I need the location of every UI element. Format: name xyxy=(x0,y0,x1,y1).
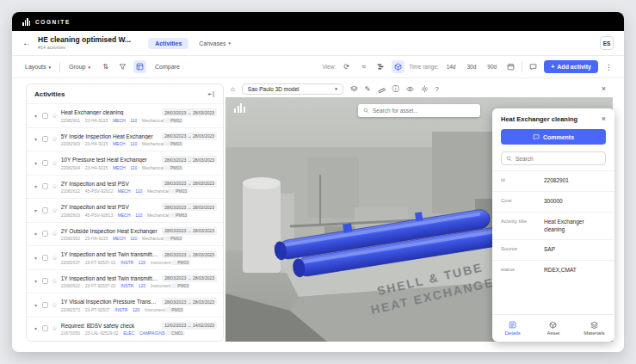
edit-button[interactable]: ✎ xyxy=(365,85,371,93)
user-avatar[interactable]: ES xyxy=(600,36,614,50)
activity-code: 120 xyxy=(133,260,145,265)
activity-row[interactable]: ▾ ☆ 2Y Inspeciton and test PSV 28/03/202… xyxy=(27,198,223,222)
star-icon[interactable]: ☆ xyxy=(52,113,58,120)
chevron-down-icon: ▾ xyxy=(335,86,337,91)
field-label: status xyxy=(501,267,539,275)
tab-activities[interactable]: Activities xyxy=(148,38,188,49)
star-icon[interactable]: ☆ xyxy=(52,325,58,332)
star-icon[interactable]: ☆ xyxy=(52,160,58,167)
activity-row[interactable]: ▾ ☆ 1Y Inspection and test Twin transmit… xyxy=(27,245,223,269)
curve-view-button[interactable]: ≈ xyxy=(357,60,370,73)
activity-checkbox[interactable] xyxy=(42,278,48,284)
activity-checkbox[interactable] xyxy=(42,183,48,189)
group-button[interactable]: Group ▾ xyxy=(65,61,95,72)
activity-checkbox[interactable] xyxy=(42,302,48,308)
layers-button[interactable] xyxy=(350,85,358,93)
close-details-icon[interactable]: × xyxy=(602,115,606,123)
activity-checkbox[interactable] xyxy=(42,160,48,166)
collapse-panel-icon[interactable] xyxy=(207,90,215,98)
star-icon[interactable]: ☆ xyxy=(52,183,58,190)
activity-dates-badge: 28/03/2023 → 28/03/2023 xyxy=(162,203,217,211)
asset-search-input[interactable] xyxy=(373,108,475,114)
chevron-down-icon[interactable]: ▾ xyxy=(33,231,39,237)
star-icon[interactable]: ☆ xyxy=(52,207,58,214)
activity-code: 110 xyxy=(131,213,143,218)
chevron-down-icon[interactable]: ▾ xyxy=(33,255,39,261)
activity-row[interactable]: ▾ ☆ 10Y Pressure test Heat Exchanger 28/… xyxy=(27,151,223,175)
activity-row[interactable]: ▾ ☆ Required: BDSV safety check 12/02/20… xyxy=(27,317,223,341)
tab-canvases[interactable]: Canvases ▾ xyxy=(192,38,238,49)
visibility-button[interactable] xyxy=(406,85,414,93)
tab-materials[interactable]: Materials xyxy=(574,321,614,336)
activity-row[interactable]: ▾ ☆ 2Y Outside Inspection Heat Exchanger… xyxy=(27,222,223,246)
activity-row-main: 10Y Pressure test Heat Exchanger 28/03/2… xyxy=(61,156,217,170)
refresh-view-button[interactable]: ⟳ xyxy=(340,60,353,73)
chevron-down-icon[interactable]: ▾ xyxy=(33,278,39,284)
chevron-down-icon[interactable]: ▾ xyxy=(33,136,39,142)
activity-row-main: 2Y Inspeciton and test PSV 28/03/2023 → … xyxy=(61,180,217,194)
activity-checkbox[interactable] xyxy=(42,231,48,237)
refresh-icon: ⟳ xyxy=(343,63,349,71)
chevron-down-icon[interactable]: ▾ xyxy=(33,160,39,166)
activity-id: 22082810 xyxy=(61,213,80,218)
model-select[interactable]: Sao Paulo 3D model ▾ xyxy=(242,83,343,95)
detail-field-row: id 22082901 xyxy=(492,170,614,191)
activity-row[interactable]: ▾ ☆ Heat Exchanger cleaning 28/03/2023 →… xyxy=(27,103,223,127)
chevron-down-icon[interactable]: ▾ xyxy=(33,302,39,308)
help-button[interactable]: ? xyxy=(435,85,439,93)
pencil-icon: ✎ xyxy=(365,85,371,93)
gantt-view-button[interactable] xyxy=(374,60,387,73)
star-icon[interactable]: ☆ xyxy=(52,231,58,238)
asset-search-box[interactable] xyxy=(358,104,480,117)
more-options-icon[interactable]: ⋮ xyxy=(602,63,615,71)
add-activity-button[interactable]: + Add activity xyxy=(544,60,598,73)
table-view-button[interactable] xyxy=(133,60,146,73)
chevron-down-icon[interactable]: ▾ xyxy=(33,207,39,213)
activity-title: 10Y Pressure test Heat Exchanger xyxy=(61,157,158,163)
range-90d-button[interactable]: 90d xyxy=(484,61,500,72)
activity-discipline: MECH xyxy=(108,236,125,241)
app-window: COGNITE ← HE cleaning optimised W... #14… xyxy=(12,12,624,352)
activity-row[interactable]: ▾ ☆ 1Y Visual Inspection Pressure Transm… xyxy=(27,293,223,317)
star-icon[interactable]: ☆ xyxy=(52,278,58,285)
close-viewer-icon[interactable]: × xyxy=(600,84,608,93)
details-search-input[interactable] xyxy=(516,156,601,162)
activity-row[interactable]: ▾ ☆ 1Y Inspection and test Twin transmit… xyxy=(27,269,223,293)
activity-checkbox[interactable] xyxy=(42,255,48,261)
compare-button[interactable]: Compare xyxy=(151,61,184,72)
activity-row[interactable]: ▾ ☆ 2Y Inspeciton and test PSV 28/03/202… xyxy=(27,175,223,199)
range-30d-button[interactable]: 30d xyxy=(464,61,480,72)
activity-type: Mechanical xyxy=(137,236,164,241)
activity-discipline: INSTR xyxy=(110,307,128,312)
chevron-down-icon[interactable]: ▾ xyxy=(33,183,39,189)
sort-button[interactable]: ⇅ xyxy=(99,60,112,73)
activity-checkbox[interactable] xyxy=(42,207,48,213)
filter-button[interactable] xyxy=(116,60,129,73)
star-icon[interactable]: ☆ xyxy=(52,255,58,262)
activity-row[interactable]: ▾ ☆ 5Y Inside Inspection Heat Exchanger … xyxy=(27,127,223,151)
3d-view-button[interactable] xyxy=(392,60,404,73)
chevron-down-icon: ▾ xyxy=(49,65,52,70)
home-icon[interactable]: ⌂ xyxy=(231,85,235,93)
layouts-button[interactable]: Layouts ▾ xyxy=(21,61,55,72)
tab-details[interactable]: Details xyxy=(492,321,533,336)
settings-button[interactable] xyxy=(421,85,429,93)
activity-checkbox[interactable] xyxy=(42,113,48,119)
activity-title: 1Y Inspection and test Twin transmitters xyxy=(61,275,158,281)
range-14d-button[interactable]: 14d xyxy=(443,61,460,72)
comments-button[interactable]: Comments xyxy=(501,129,606,145)
tab-asset[interactable]: Asset xyxy=(533,321,573,336)
chevron-down-icon[interactable]: ▾ xyxy=(33,113,39,119)
comments-toggle-button[interactable] xyxy=(527,60,540,73)
activity-checkbox[interactable] xyxy=(42,325,48,331)
star-icon[interactable]: ☆ xyxy=(52,302,58,309)
measure-button[interactable] xyxy=(378,85,386,93)
info-button[interactable]: ⓘ xyxy=(392,84,399,94)
chevron-down-icon[interactable]: ▾ xyxy=(33,325,39,331)
star-icon[interactable]: ☆ xyxy=(52,136,58,143)
details-search-box[interactable] xyxy=(501,151,606,165)
activity-checkbox[interactable] xyxy=(42,136,48,142)
activity-discipline: MECH xyxy=(108,141,125,146)
calendar-button[interactable] xyxy=(504,60,517,73)
back-icon[interactable]: ← xyxy=(22,39,31,47)
